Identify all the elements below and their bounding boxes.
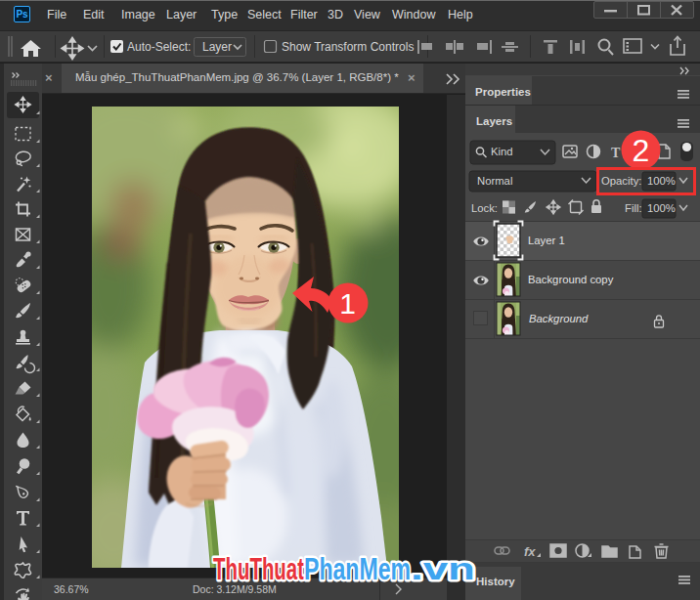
svg-text:.vn: .vn bbox=[411, 551, 475, 586]
svg-text:1: 1 bbox=[339, 287, 356, 320]
svg-text:ThuThuat: ThuThuat bbox=[213, 551, 304, 586]
svg-text:Kind: Kind bbox=[491, 146, 513, 157]
svg-text:Fill:: Fill: bbox=[625, 202, 642, 214]
svg-text:Background copy: Background copy bbox=[528, 274, 614, 285]
svg-text:Show Transform Controls: Show Transform Controls bbox=[282, 40, 414, 54]
svg-text:Opacity:: Opacity: bbox=[601, 175, 641, 187]
svg-text:Normal: Normal bbox=[477, 175, 512, 187]
svg-text:Layer 1: Layer 1 bbox=[528, 235, 565, 246]
svg-text:Properties: Properties bbox=[475, 86, 531, 98]
svg-text:Auto-Select:: Auto-Select: bbox=[127, 40, 191, 54]
svg-text:Background: Background bbox=[529, 313, 589, 324]
svg-text:100%: 100% bbox=[647, 175, 676, 187]
svg-text:PhanMem: PhanMem bbox=[304, 551, 411, 586]
svg-text:Layers: Layers bbox=[476, 115, 512, 127]
svg-text:Layer: Layer bbox=[202, 40, 232, 54]
svg-text:fx: fx bbox=[524, 544, 536, 559]
svg-text:2: 2 bbox=[633, 133, 650, 168]
svg-text:100%: 100% bbox=[647, 202, 676, 214]
svg-text:T: T bbox=[611, 146, 621, 160]
svg-text:Lock:: Lock: bbox=[471, 202, 498, 214]
